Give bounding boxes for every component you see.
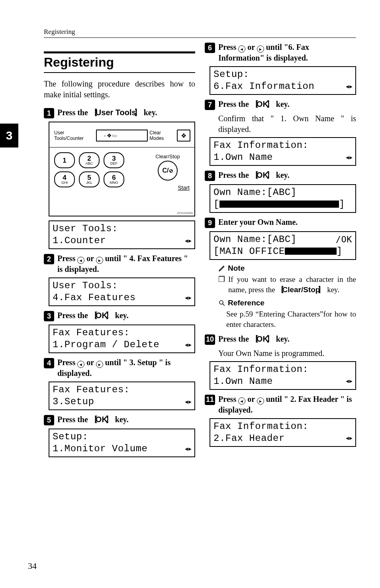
keypad-6[interactable]: 6MNO [104,171,124,187]
step-9: 9 Enter your Own Name. [205,217,356,228]
lcd-line2: 1.Monitor Volume [53,443,147,455]
lcd-line1: Fax Information: [214,140,308,151]
step-text: Press [57,254,77,263]
lcd-own-name-1: Fax Information: 1.Own Name◂▸ [210,137,356,166]
step-text: Enter your Own Name. [218,217,298,227]
step-5: 5 Press the OK key. [44,414,195,425]
cursor-block [285,248,337,255]
svg-point-0 [219,301,223,304]
step-text: key. [274,171,290,179]
lcd-line2: 3.Setup [53,396,94,408]
nav-arrows-icon: ◂▸ [184,340,191,350]
clear-modes-button[interactable]: ❖ [177,130,190,142]
keypad-5[interactable]: 5JKL [79,171,100,187]
magnifier-icon [218,299,225,307]
step-number: 7 [205,100,215,110]
key-ok: OK [251,334,274,343]
step-text: key. [274,100,290,108]
step-text: Press the [57,311,90,320]
lcd-line1: User Tools: [53,280,118,292]
lcd-setup: Fax Features: 3.Setup◂▸ [49,382,195,410]
step-text: key. [113,311,129,320]
note-heading: Note [218,264,356,273]
nav-arrows-icon: ◂▸ [184,293,191,303]
step-text: key. [142,108,157,117]
clear-stop-button[interactable]: C/⊘ [158,161,178,181]
left-arrow-icon: ◂ [77,361,84,368]
keypad-2[interactable]: 2ABC [79,152,100,168]
intro-text: The following procedure describes how to… [44,79,195,100]
lcd-line2: 1.Own Name [214,376,273,387]
step-text: Press [218,43,238,51]
lcd-line1: User Tools: [53,223,118,235]
left-column: Registering The following procedure desc… [44,40,195,460]
key-clear-stop: Clear/Stop [277,285,325,294]
illustration-code: ZFKH200N [177,211,193,215]
lcd-fax-features: User Tools: 4.Fax Features◂▸ [49,277,195,306]
step-10: 10 Press the OK key. [205,334,356,345]
lcd-line1: Fax Information: [214,421,308,433]
step-number: 1 [44,108,54,118]
lcd-fax-information: Setup: 6.Fax Information◂▸ [210,66,356,95]
step-2: 2 Press ◂ or ▸ until " 4. Fax Features "… [44,253,195,274]
lcd-entered-text: [MAIN OFFICE [214,246,285,257]
nav-arrows-icon: ◂▸ [345,153,352,163]
step-text: Press the [57,108,90,117]
keypad-1[interactable]: 1 [54,152,75,168]
pencil-icon [218,265,225,272]
reference-heading: Reference [218,299,356,307]
step-number: 11 [205,395,215,405]
nav-arrows-icon: ◂▸ [184,236,191,246]
step-text: Press the [218,334,251,343]
key-ok: OK [90,415,113,424]
lcd-line1: Own Name:[ABC] [214,187,297,199]
label-start: Start [146,185,190,191]
keypad-4[interactable]: 4GHI [54,171,75,187]
right-arrow-icon: ▸ [257,45,264,53]
right-arrow-icon: ▸ [257,397,264,405]
step-number: 4 [44,358,54,368]
lcd-line2: 2.Fax Header [214,433,285,444]
step-7-sub: Confirm that " 1. Own Name " is displaye… [218,113,356,135]
lcd-ok-indicator: /OK [336,234,352,245]
note-text: key. [325,285,339,294]
keypad-3[interactable]: 3DEF [104,152,124,168]
right-arrow-icon: ▸ [96,257,103,264]
step-7: 7 Press the OK key. [205,99,356,110]
lcd-line1: Setup: [214,69,249,81]
lcd-fax-header: Fax Information: 2.Fax Header◂▸ [210,418,356,447]
lcd-monitor-volume: Setup: 1.Monitor Volume◂▸ [49,429,195,457]
lcd-own-name-entry-blank: Own Name:[ABC] [] [210,184,356,213]
svg-line-1 [223,304,225,306]
step-number: 3 [44,311,54,321]
left-arrow-icon: ◂ [238,397,245,405]
key-ok: OK [251,171,274,179]
nav-arrows-icon: ◂▸ [184,397,191,407]
user-tools-button-right[interactable] [123,130,148,142]
bullet-icon: ❒ [218,274,225,295]
lcd-line1: Setup: [53,431,88,443]
step-text: Press the [57,415,90,424]
lcd-line1: Fax Features: [53,327,130,339]
page-title: Registering [44,51,195,73]
step-text: Press [218,395,238,403]
lcd-bracket-close: ] [337,246,343,257]
step-number: 9 [205,218,215,228]
step-number: 8 [205,171,215,181]
key-ok: OK [251,100,274,108]
step-text: until " 2. Fax Header " is displayed. [218,395,352,414]
user-tools-button-left[interactable]: ○ ❖/▭ [96,130,123,142]
nav-arrows-icon: ◂▸ [345,82,352,92]
lcd-own-name-entry-filled: Own Name:[ABC]/OK [MAIN OFFICE] [210,231,356,260]
step-number: 2 [44,254,54,264]
lcd-line1: Fax Information: [214,364,308,376]
step-8: 8 Press the OK key. [205,170,356,181]
step-number: 10 [205,334,215,345]
step-6: 6 Press ◂ or ▸ until "6. Fax Information… [205,42,356,63]
step-number: 5 [44,415,54,425]
right-column: 6 Press ◂ or ▸ until "6. Fax Information… [205,40,356,460]
side-tab: 3 [0,124,18,147]
lcd-line2: 6.Fax Information [214,81,314,92]
nav-arrows-icon: ◂▸ [184,444,191,454]
lcd-line2: 4.Fax Features [53,292,136,304]
